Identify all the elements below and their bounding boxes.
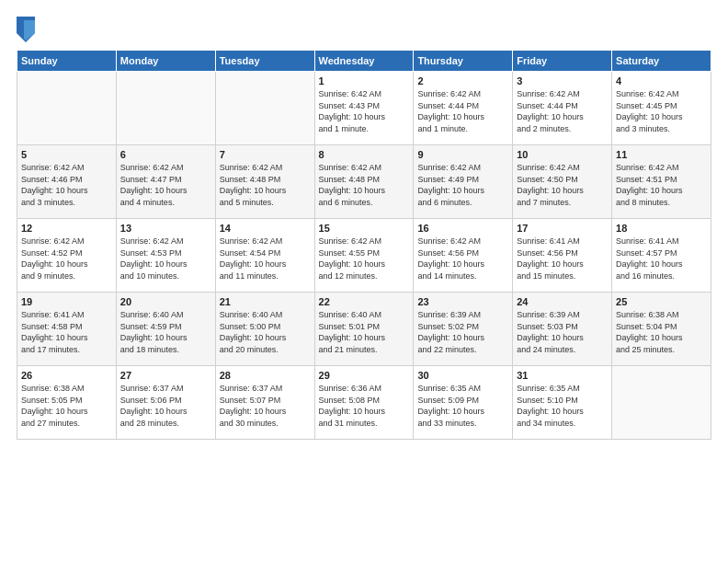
day-number: 20 (120, 296, 211, 307)
logo-icon (17, 17, 35, 42)
day-info: Sunrise: 6:42 AM Sunset: 4:45 PM Dayligh… (616, 88, 707, 134)
week-row-5: 26Sunrise: 6:38 AM Sunset: 5:05 PM Dayli… (17, 366, 711, 440)
day-info: Sunrise: 6:42 AM Sunset: 4:43 PM Dayligh… (319, 88, 410, 134)
calendar-cell: 1Sunrise: 6:42 AM Sunset: 4:43 PM Daylig… (314, 72, 414, 145)
day-number: 8 (319, 149, 410, 160)
day-number: 9 (417, 149, 508, 160)
calendar-cell: 4Sunrise: 6:42 AM Sunset: 4:45 PM Daylig… (612, 72, 711, 145)
page: SundayMondayTuesdayWednesdayThursdayFrid… (0, 0, 728, 563)
calendar-cell: 10Sunrise: 6:42 AM Sunset: 4:50 PM Dayli… (513, 145, 612, 219)
day-info: Sunrise: 6:35 AM Sunset: 5:10 PM Dayligh… (517, 383, 608, 429)
day-number: 4 (616, 75, 707, 86)
day-info: Sunrise: 6:42 AM Sunset: 4:48 PM Dayligh… (220, 162, 311, 208)
day-info: Sunrise: 6:42 AM Sunset: 4:50 PM Dayligh… (517, 162, 608, 208)
day-number: 26 (21, 370, 112, 381)
day-info: Sunrise: 6:42 AM Sunset: 4:44 PM Dayligh… (417, 88, 508, 134)
calendar-cell: 19Sunrise: 6:41 AM Sunset: 4:58 PM Dayli… (17, 293, 117, 366)
day-number: 12 (21, 223, 112, 234)
day-info: Sunrise: 6:41 AM Sunset: 4:56 PM Dayligh… (517, 236, 608, 282)
day-number: 7 (220, 149, 311, 160)
day-number: 21 (220, 296, 311, 307)
day-number: 15 (319, 223, 410, 234)
calendar-cell: 29Sunrise: 6:36 AM Sunset: 5:08 PM Dayli… (314, 366, 414, 440)
day-number: 17 (517, 223, 608, 234)
calendar-cell: 8Sunrise: 6:42 AM Sunset: 4:48 PM Daylig… (314, 145, 414, 219)
calendar-cell (612, 366, 711, 440)
day-number: 14 (220, 223, 311, 234)
week-row-1: 1Sunrise: 6:42 AM Sunset: 4:43 PM Daylig… (17, 72, 711, 145)
week-row-3: 12Sunrise: 6:42 AM Sunset: 4:52 PM Dayli… (17, 219, 711, 293)
day-info: Sunrise: 6:37 AM Sunset: 5:06 PM Dayligh… (120, 383, 211, 429)
day-info: Sunrise: 6:42 AM Sunset: 4:53 PM Dayligh… (120, 236, 211, 282)
day-number: 10 (517, 149, 608, 160)
calendar-cell: 22Sunrise: 6:40 AM Sunset: 5:01 PM Dayli… (314, 293, 414, 366)
day-info: Sunrise: 6:42 AM Sunset: 4:52 PM Dayligh… (21, 236, 112, 282)
day-info: Sunrise: 6:37 AM Sunset: 5:07 PM Dayligh… (220, 383, 311, 429)
day-info: Sunrise: 6:38 AM Sunset: 5:05 PM Dayligh… (21, 383, 112, 429)
calendar-cell: 25Sunrise: 6:38 AM Sunset: 5:04 PM Dayli… (612, 293, 711, 366)
calendar-cell: 30Sunrise: 6:35 AM Sunset: 5:09 PM Dayli… (414, 366, 513, 440)
calendar-cell: 9Sunrise: 6:42 AM Sunset: 4:49 PM Daylig… (414, 145, 513, 219)
day-number: 24 (517, 296, 608, 307)
day-number: 1 (319, 75, 410, 86)
day-info: Sunrise: 6:42 AM Sunset: 4:44 PM Dayligh… (517, 88, 608, 134)
calendar-cell: 24Sunrise: 6:39 AM Sunset: 5:03 PM Dayli… (513, 293, 612, 366)
day-info: Sunrise: 6:38 AM Sunset: 5:04 PM Dayligh… (616, 309, 707, 355)
day-number: 13 (120, 223, 211, 234)
weekday-header-monday: Monday (116, 51, 215, 72)
day-number: 6 (120, 149, 211, 160)
day-info: Sunrise: 6:42 AM Sunset: 4:47 PM Dayligh… (120, 162, 211, 208)
weekday-header-row: SundayMondayTuesdayWednesdayThursdayFrid… (17, 51, 711, 72)
day-number: 27 (120, 370, 211, 381)
weekday-header-saturday: Saturday (612, 51, 711, 72)
day-info: Sunrise: 6:41 AM Sunset: 4:57 PM Dayligh… (616, 236, 707, 282)
calendar-cell (17, 72, 117, 145)
day-info: Sunrise: 6:40 AM Sunset: 4:59 PM Dayligh… (120, 309, 211, 355)
day-info: Sunrise: 6:42 AM Sunset: 4:48 PM Dayligh… (319, 162, 410, 208)
day-number: 16 (417, 223, 508, 234)
day-info: Sunrise: 6:42 AM Sunset: 4:46 PM Dayligh… (21, 162, 112, 208)
svg-marker-1 (24, 20, 35, 40)
calendar-cell: 3Sunrise: 6:42 AM Sunset: 4:44 PM Daylig… (513, 72, 612, 145)
week-row-4: 19Sunrise: 6:41 AM Sunset: 4:58 PM Dayli… (17, 293, 711, 366)
day-number: 30 (417, 370, 508, 381)
calendar-cell: 28Sunrise: 6:37 AM Sunset: 5:07 PM Dayli… (215, 366, 314, 440)
calendar-cell: 6Sunrise: 6:42 AM Sunset: 4:47 PM Daylig… (116, 145, 215, 219)
day-info: Sunrise: 6:42 AM Sunset: 4:56 PM Dayligh… (417, 236, 508, 282)
header (17, 17, 711, 42)
day-info: Sunrise: 6:42 AM Sunset: 4:55 PM Dayligh… (319, 236, 410, 282)
calendar-cell: 2Sunrise: 6:42 AM Sunset: 4:44 PM Daylig… (414, 72, 513, 145)
logo (17, 17, 39, 42)
calendar-cell: 31Sunrise: 6:35 AM Sunset: 5:10 PM Dayli… (513, 366, 612, 440)
weekday-header-friday: Friday (513, 51, 612, 72)
calendar-cell: 21Sunrise: 6:40 AM Sunset: 5:00 PM Dayli… (215, 293, 314, 366)
calendar-cell: 16Sunrise: 6:42 AM Sunset: 4:56 PM Dayli… (414, 219, 513, 293)
day-number: 25 (616, 296, 707, 307)
calendar-cell: 26Sunrise: 6:38 AM Sunset: 5:05 PM Dayli… (17, 366, 117, 440)
day-info: Sunrise: 6:39 AM Sunset: 5:03 PM Dayligh… (517, 309, 608, 355)
day-number: 2 (417, 75, 508, 86)
calendar-cell: 27Sunrise: 6:37 AM Sunset: 5:06 PM Dayli… (116, 366, 215, 440)
day-number: 22 (319, 296, 410, 307)
calendar-table: SundayMondayTuesdayWednesdayThursdayFrid… (17, 50, 711, 440)
calendar-cell (215, 72, 314, 145)
day-info: Sunrise: 6:39 AM Sunset: 5:02 PM Dayligh… (417, 309, 508, 355)
day-number: 29 (319, 370, 410, 381)
calendar-cell: 20Sunrise: 6:40 AM Sunset: 4:59 PM Dayli… (116, 293, 215, 366)
day-number: 5 (21, 149, 112, 160)
weekday-header-tuesday: Tuesday (215, 51, 314, 72)
calendar-cell: 23Sunrise: 6:39 AM Sunset: 5:02 PM Dayli… (414, 293, 513, 366)
day-info: Sunrise: 6:40 AM Sunset: 5:00 PM Dayligh… (220, 309, 311, 355)
calendar-cell (116, 72, 215, 145)
calendar-cell: 5Sunrise: 6:42 AM Sunset: 4:46 PM Daylig… (17, 145, 117, 219)
day-number: 23 (417, 296, 508, 307)
day-number: 28 (220, 370, 311, 381)
day-info: Sunrise: 6:42 AM Sunset: 4:49 PM Dayligh… (417, 162, 508, 208)
day-info: Sunrise: 6:42 AM Sunset: 4:54 PM Dayligh… (220, 236, 311, 282)
day-number: 18 (616, 223, 707, 234)
calendar-cell: 14Sunrise: 6:42 AM Sunset: 4:54 PM Dayli… (215, 219, 314, 293)
weekday-header-wednesday: Wednesday (314, 51, 414, 72)
day-number: 11 (616, 149, 707, 160)
calendar-cell: 11Sunrise: 6:42 AM Sunset: 4:51 PM Dayli… (612, 145, 711, 219)
day-info: Sunrise: 6:36 AM Sunset: 5:08 PM Dayligh… (319, 383, 410, 429)
